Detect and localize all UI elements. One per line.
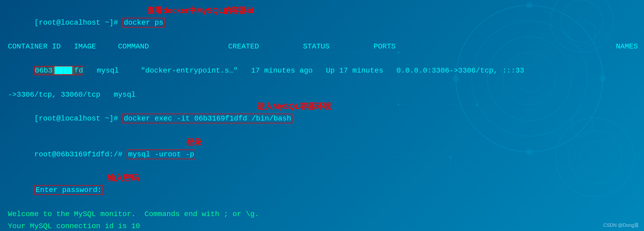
connection-id-text: Your MySQL connection id is 10 xyxy=(8,222,140,230)
enter-password: Enter password: xyxy=(8,185,103,206)
prompt-text-2: [root@localhost ~]# xyxy=(34,114,122,123)
enter-password-prompt: Enter password: xyxy=(34,185,103,195)
container-row: 06b3████fd mysql "docker-entrypoint.s…" … xyxy=(8,53,636,88)
prompt-text-1: [root@localhost ~]# xyxy=(34,19,122,27)
docker-ps-command: docker ps xyxy=(122,18,165,28)
container-row-rest: mysql "docker-entrypoint.s…" 17 minutes … xyxy=(84,67,524,75)
container-data-line: 06b3████fd mysql "docker-entrypoint.s…" … xyxy=(8,66,524,86)
welcome-text: Welcome to the MySQL monitor. Commands e… xyxy=(8,210,259,218)
connection-id-line: Your MySQL connection id is 10 xyxy=(8,221,636,231)
prompt-2: [root@localhost ~]# docker exec -it 06b3… xyxy=(8,114,292,134)
header-line: CONTAINER ID IMAGE COMMAND CREATED STATU… xyxy=(8,41,636,53)
annotation-4: 输入密码 xyxy=(108,173,139,183)
command-line-3: root@06b3169f1dfd:/# mysql -uroot -p 登录 xyxy=(8,137,636,172)
command-line-2: [root@localhost ~]# docker exec -it 06b3… xyxy=(8,101,636,136)
prompt-1: [root@localhost ~]# docker ps xyxy=(8,18,165,38)
watermark: CSDN @Dong晨 xyxy=(603,222,639,228)
command-line-1: [root@localhost ~]# docker ps 查看docker中M… xyxy=(8,5,636,40)
mysql-login-command: mysql -uroot -p xyxy=(127,150,196,159)
annotation-1: 查看docker中MySQL的容器id xyxy=(147,5,254,16)
terminal-content: [root@localhost ~]# docker ps 查看docker中M… xyxy=(0,0,644,231)
ports-cont-text: ->3306/tcp, 33060/tcp mysql xyxy=(8,91,136,99)
prompt-3: root@06b3169f1dfd:/# mysql -uroot -p xyxy=(8,150,196,170)
annotation-3: 登录 xyxy=(186,137,202,148)
password-line: Enter password: 输入密码 xyxy=(8,173,636,208)
welcome-line: Welcome to the MySQL monitor. Commands e… xyxy=(8,208,636,220)
docker-exec-command: docker exec -it 06b3169f1dfd /bin/bash xyxy=(122,114,293,123)
prompt-text-3: root@06b3169f1dfd:/# xyxy=(34,150,127,158)
container-id-highlight: 06b3████fd xyxy=(34,66,84,75)
table-header: CONTAINER ID IMAGE COMMAND CREATED STATU… xyxy=(8,42,638,51)
annotation-2: 进入MySQL容器环境 xyxy=(257,101,331,112)
ports-continuation: ->3306/tcp, 33060/tcp mysql xyxy=(8,89,636,101)
